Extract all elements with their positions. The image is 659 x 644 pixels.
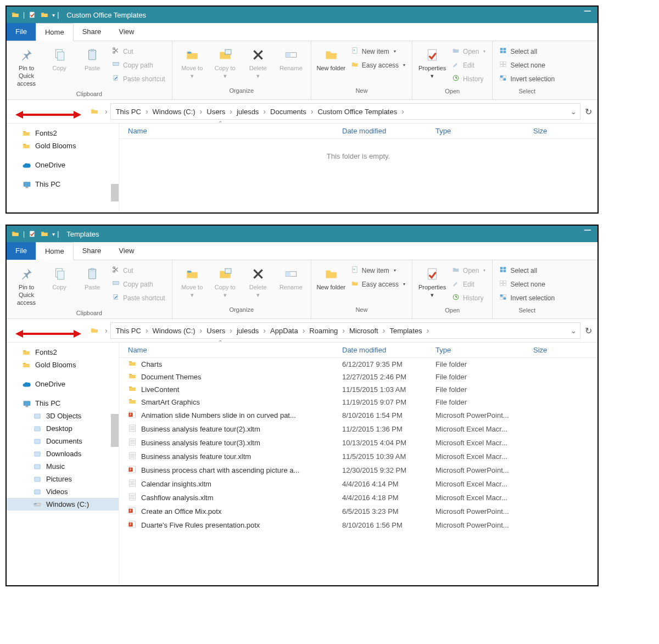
nav-item-this-pc[interactable]: This PC [7, 178, 119, 191]
nav-item-fonts2[interactable]: Fonts2 [7, 127, 119, 139]
col-type[interactable]: Type [435, 127, 533, 135]
properties-qat-icon[interactable] [28, 229, 37, 238]
refresh-button[interactable]: ↻ [585, 326, 592, 336]
refresh-button[interactable]: ↻ [585, 107, 592, 117]
easy-access-button[interactable]: Easy access▾ [349, 59, 407, 71]
column-headers[interactable]: ⌃ Name Date modified Type Size [119, 124, 597, 139]
pin-to-quick-access[interactable]: Pin to Quick access [10, 43, 43, 89]
nav-item-fonts2[interactable]: Fonts2 [7, 346, 119, 359]
edit-button[interactable]: Edit [450, 278, 488, 290]
tab-file[interactable]: File [7, 23, 36, 41]
copy-to-button[interactable]: Copy to▾ [209, 43, 242, 82]
breadcrumb-item[interactable]: julesds [235, 108, 260, 116]
breadcrumb-item[interactable]: This PC [114, 327, 143, 335]
navigation-pane[interactable]: Fonts2 Gold Blooms OneDrive This PC 3D O… [7, 343, 119, 585]
scrollbar-thumb[interactable] [111, 414, 119, 447]
breadcrumb-item[interactable]: Custom Office Templates [316, 108, 399, 116]
list-item[interactable]: LiveContent 11/15/2015 1:03 AM File fold… [119, 383, 597, 396]
list-item[interactable]: PAnimation slide Numbers slide in on cur… [119, 408, 597, 422]
breadcrumb-item[interactable]: Windows (C:) [151, 108, 197, 116]
nav-item-documents[interactable]: Documents [7, 435, 119, 447]
list-item[interactable]: PCreate an Office Mix.potx 6/5/2015 3:23… [119, 505, 597, 518]
nav-item-onedrive[interactable]: OneDrive [7, 378, 119, 390]
list-item[interactable]: Document Themes 12/27/2015 2:46 PM File … [119, 371, 597, 383]
edit-button[interactable]: Edit [450, 59, 488, 71]
folder-qat-icon[interactable] [40, 10, 49, 19]
delete-button[interactable]: Delete▾ [242, 262, 275, 301]
pin-to-quick-access[interactable]: Pin to Quick access [10, 262, 43, 309]
qat-dropdown-icon[interactable]: ▾ [52, 231, 55, 237]
breadcrumb-item[interactable]: Templates [388, 327, 423, 335]
breadcrumb-item[interactable]: Users [205, 108, 227, 116]
copy-button[interactable]: Copy [43, 43, 76, 74]
invert-selection-button[interactable]: Invert selection [497, 292, 557, 304]
properties-qat-icon[interactable] [28, 10, 37, 19]
titlebar[interactable]: | ▾ | Templates – [7, 226, 597, 242]
nav-item-this-pc[interactable]: This PC [7, 397, 119, 410]
list-view[interactable]: ⌃ Name Date modified Type Size Charts 6/… [119, 343, 597, 585]
history-button[interactable]: History [450, 292, 488, 304]
list-item[interactable]: SmartArt Graphics 11/19/2015 9:07 PM Fil… [119, 396, 597, 408]
list-item[interactable]: Cashflow analysis.xltm 4/4/2016 4:18 PM … [119, 491, 597, 505]
invert-selection-button[interactable]: Invert selection [497, 73, 557, 85]
copy-to-button[interactable]: Copy to▾ [209, 262, 242, 301]
copy-path-button[interactable]: Copy path [110, 278, 167, 290]
navigation-pane[interactable]: Fonts2 Gold Blooms OneDrive This PC [7, 124, 119, 212]
col-date[interactable]: Date modified [342, 346, 435, 354]
address-bar[interactable]: This PCWindows (C:)UsersjulesdsDocuments… [110, 103, 580, 120]
breadcrumb-item[interactable]: Documents [269, 108, 308, 116]
easy-access-button[interactable]: Easy access▾ [349, 278, 407, 290]
tab-share[interactable]: Share [74, 242, 110, 260]
list-item[interactable]: Calendar insights.xltm 4/4/2016 4:14 PM … [119, 477, 597, 491]
list-item[interactable]: Charts 6/12/2017 9:35 PM File folder [119, 358, 597, 371]
paste-button[interactable]: Paste [76, 43, 109, 74]
breadcrumb-item[interactable]: AppData [269, 327, 300, 335]
new-item-button[interactable]: New item▾ [349, 46, 407, 57]
nav-item-gold-blooms[interactable]: Gold Blooms [7, 139, 119, 152]
up-button[interactable] [90, 107, 99, 117]
breadcrumb-item[interactable]: This PC [114, 108, 143, 116]
tab-home[interactable]: Home [36, 242, 74, 260]
minimize-button[interactable]: – [584, 222, 591, 237]
folder-qat-icon[interactable] [40, 229, 49, 238]
move-to-button[interactable]: Move to▾ [176, 43, 209, 82]
tab-share[interactable]: Share [74, 23, 110, 41]
open-button[interactable]: Open▾ [450, 46, 488, 57]
breadcrumb-item[interactable]: Users [205, 327, 227, 335]
select-all-button[interactable]: Select all [497, 265, 557, 276]
copy-button[interactable]: Copy [43, 262, 76, 293]
tab-view[interactable]: View [110, 242, 143, 260]
nav-item-gold-blooms[interactable]: Gold Blooms [7, 359, 119, 371]
nav-item-pictures[interactable]: Pictures [7, 473, 119, 485]
new-folder-button[interactable]: New folder [315, 43, 348, 74]
address-dropdown-icon[interactable]: ⌄ [571, 108, 577, 116]
paste-button[interactable]: Paste [76, 262, 109, 293]
tab-view[interactable]: View [110, 23, 143, 41]
nav-item-downloads[interactable]: Downloads [7, 447, 119, 460]
col-date[interactable]: Date modified [342, 127, 435, 135]
paste-shortcut-button[interactable]: Paste shortcut [110, 292, 167, 304]
list-item[interactable]: Business analysis feature tour.xltm 11/5… [119, 450, 597, 463]
nav-item-3d-objects[interactable]: 3D Objects [7, 410, 119, 422]
breadcrumb-item[interactable]: Microsoft [348, 327, 380, 335]
history-button[interactable]: History [450, 73, 488, 85]
column-headers[interactable]: ⌃ Name Date modified Type Size [119, 343, 597, 358]
open-button[interactable]: Open▾ [450, 265, 488, 276]
address-dropdown-icon[interactable]: ⌄ [571, 327, 577, 335]
col-size[interactable]: Size [533, 127, 566, 135]
minimize-button[interactable]: – [584, 3, 591, 18]
select-all-button[interactable]: Select all [497, 46, 557, 57]
nav-item-windows-c-[interactable]: Windows (C:) [7, 498, 119, 511]
paste-shortcut-button[interactable]: Paste shortcut [110, 73, 167, 85]
delete-button[interactable]: Delete▾ [242, 43, 275, 82]
tab-file[interactable]: File [7, 242, 36, 260]
col-name[interactable]: Name [128, 127, 342, 135]
rename-button[interactable]: Rename [275, 262, 308, 293]
cut-button[interactable]: Cut [110, 46, 167, 57]
col-type[interactable]: Type [435, 346, 533, 354]
breadcrumb-item[interactable]: Windows (C:) [151, 327, 197, 335]
list-view[interactable]: ⌃ Name Date modified Type Size This fold… [119, 124, 597, 212]
qat-dropdown-icon[interactable]: ▾ [52, 12, 55, 18]
col-name[interactable]: Name [128, 346, 342, 354]
move-to-button[interactable]: Move to▾ [176, 262, 209, 301]
